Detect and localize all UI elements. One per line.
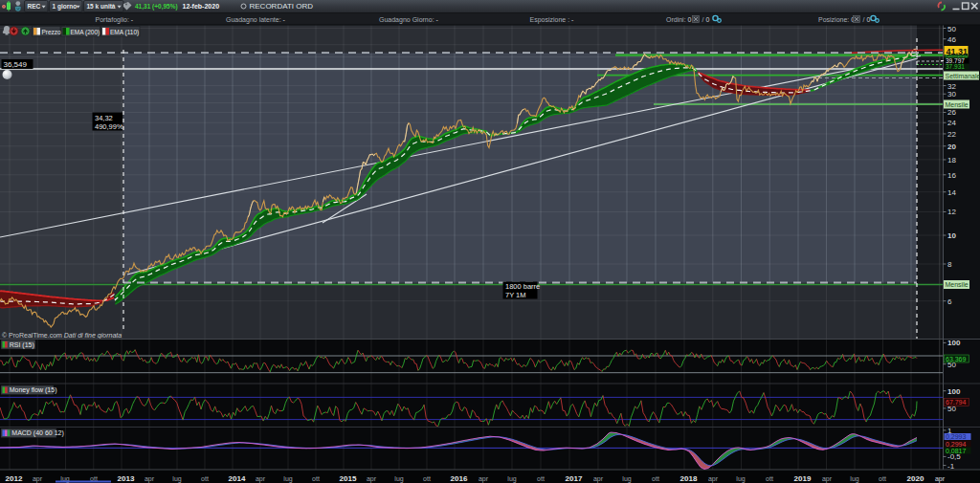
svg-text:apr: apr (33, 475, 43, 483)
svg-text:lug: lug (507, 475, 516, 483)
svg-text:ott: ott (652, 475, 659, 482)
svg-text:apr: apr (367, 475, 377, 483)
svg-text:36,549: 36,549 (4, 60, 28, 69)
svg-text:apr: apr (822, 475, 833, 483)
svg-text:Prezzo: Prezzo (42, 29, 62, 35)
svg-text:lug: lug (622, 475, 631, 483)
svg-text:30: 30 (947, 90, 956, 99)
svg-text:/ 0: / 0 (863, 16, 871, 23)
svg-text:Mensile: Mensile (946, 101, 969, 108)
svg-text:63.369: 63.369 (946, 356, 967, 362)
svg-text:Guadagno Giorno: -: Guadagno Giorno: - (379, 16, 439, 24)
svg-text:ott: ott (423, 475, 431, 482)
svg-text:Esposizione : -: Esposizione : - (530, 16, 575, 24)
svg-text:RECORDATI ORD: RECORDATI ORD (250, 2, 314, 11)
svg-text:lug: lug (394, 475, 403, 483)
svg-text:Mensile: Mensile (946, 281, 969, 288)
svg-text:lug: lug (283, 475, 292, 483)
svg-text:ott: ott (879, 475, 886, 482)
svg-text:100: 100 (947, 339, 961, 347)
svg-text:0,2993: 0,2993 (946, 433, 967, 440)
svg-text:-0,5: -0,5 (947, 452, 961, 461)
svg-text:ott: ott (537, 475, 545, 482)
svg-text:34,32: 34,32 (95, 114, 113, 122)
svg-text:ott: ott (90, 475, 98, 482)
svg-text:2019: 2019 (794, 474, 812, 483)
svg-text:lug: lug (736, 475, 745, 483)
svg-text:2014: 2014 (229, 474, 246, 483)
svg-text:100: 100 (947, 387, 961, 396)
svg-text:Ordini: 0: Ordini: 0 (666, 16, 692, 23)
svg-text:6: 6 (947, 297, 952, 306)
svg-text:apr: apr (708, 475, 719, 483)
svg-text:2020: 2020 (907, 474, 924, 483)
svg-text:lug: lug (850, 475, 858, 483)
svg-text:12: 12 (947, 208, 956, 216)
svg-text:24: 24 (947, 119, 956, 127)
svg-text:37.931: 37.931 (946, 63, 965, 70)
svg-text:46: 46 (947, 35, 956, 44)
svg-text:2016: 2016 (451, 474, 468, 483)
svg-text:15 k unità: 15 k unità (87, 3, 116, 10)
svg-text:50: 50 (947, 25, 956, 33)
svg-text:apr: apr (593, 475, 604, 483)
svg-text:ott: ott (312, 475, 320, 482)
svg-text:67.794: 67.794 (946, 399, 967, 406)
svg-text:© ProRealTime.com Dati di fine: © ProRealTime.com Dati di fine giornata (2, 332, 122, 340)
svg-text:2017: 2017 (566, 474, 583, 483)
svg-text:16: 16 (947, 171, 956, 180)
svg-text:apr: apr (145, 475, 155, 483)
svg-text:Money flow (15): Money flow (15) (10, 386, 57, 394)
svg-text:-1: -1 (947, 462, 955, 471)
svg-text:490,99%: 490,99% (95, 122, 123, 131)
svg-text:14: 14 (947, 188, 956, 197)
svg-text:2012: 2012 (6, 474, 23, 483)
svg-text:Posizione: 0: Posizione: 0 (818, 16, 855, 23)
svg-text:26: 26 (947, 108, 956, 117)
svg-text:1 giorno: 1 giorno (53, 3, 78, 11)
svg-text:apr: apr (479, 475, 489, 483)
svg-text:Settimanale: Settimanale (946, 73, 980, 79)
svg-text:apr: apr (256, 475, 266, 483)
svg-text:2013: 2013 (118, 474, 135, 483)
svg-text:Guadagno latente: -: Guadagno latente: - (226, 16, 286, 24)
svg-text:2015: 2015 (340, 474, 357, 483)
svg-text:MACD (40 60 12): MACD (40 60 12) (11, 429, 63, 437)
svg-text:EMA (200): EMA (200) (71, 29, 100, 36)
svg-text:EMA (110): EMA (110) (110, 29, 139, 36)
svg-text:32: 32 (947, 82, 956, 91)
svg-text:18: 18 (947, 156, 956, 165)
svg-text:22: 22 (947, 130, 956, 139)
svg-text:ott: ott (766, 475, 773, 482)
svg-text:REC: REC (28, 3, 41, 10)
svg-text:20: 20 (947, 143, 956, 151)
svg-text:lug: lug (172, 475, 181, 483)
svg-text:8: 8 (947, 260, 952, 269)
svg-text:10: 10 (947, 231, 956, 240)
svg-text:41,31 (+0,95%): 41,31 (+0,95%) (135, 3, 178, 11)
svg-text:12-feb-2020: 12-feb-2020 (183, 3, 220, 10)
svg-text:Portafoglio: -: Portafoglio: - (96, 16, 134, 24)
svg-text:apr: apr (935, 475, 946, 483)
svg-text:2018: 2018 (680, 474, 698, 483)
svg-text:0,2994: 0,2994 (946, 441, 967, 448)
svg-text:0,0817: 0,0817 (946, 448, 967, 454)
svg-text:ott: ott (201, 475, 209, 482)
svg-text:RSI (15): RSI (15) (10, 341, 34, 349)
svg-text:/ 0: / 0 (702, 16, 710, 23)
svg-text:7Y 1M: 7Y 1M (505, 291, 526, 299)
